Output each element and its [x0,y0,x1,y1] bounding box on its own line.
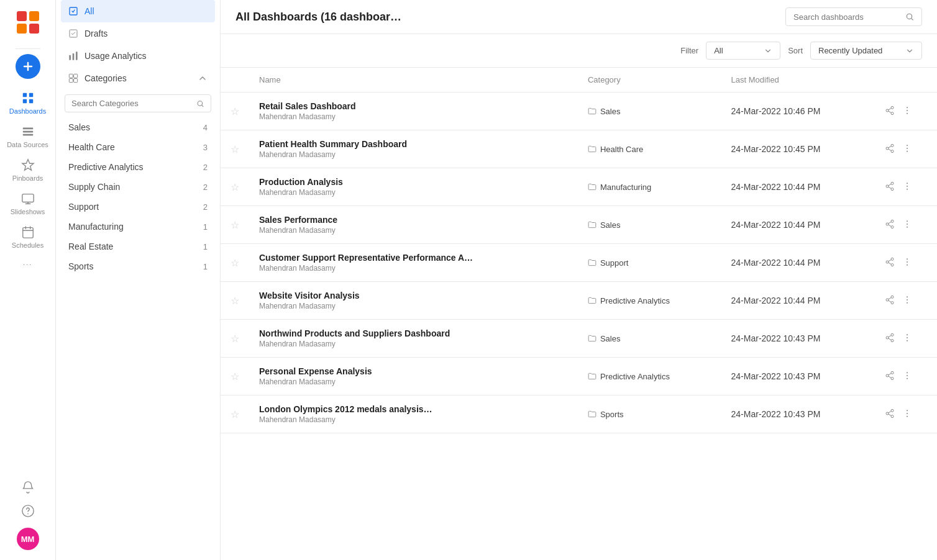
svg-rect-3 [29,24,39,34]
folder-icon [588,296,596,305]
dashboard-name[interactable]: Production Analysis [259,177,568,187]
share-icon[interactable] [885,295,895,307]
more-options-icon[interactable] [902,257,912,269]
avatar[interactable]: MM [17,528,39,550]
svg-point-68 [907,340,908,341]
nav-pinboards[interactable]: Pinboards [0,153,55,187]
more-options-icon[interactable] [902,181,912,193]
sidebar-category-item[interactable]: Real Estate 1 [56,237,220,256]
svg-point-27 [891,106,894,109]
sidebar-category-item[interactable]: Supply Chain 2 [56,177,220,197]
star-icon[interactable]: ☆ [231,258,239,268]
filter-select[interactable]: All [706,42,780,60]
sidebar-item-usage-analytics[interactable]: Usage Analytics [56,45,220,67]
star-icon[interactable]: ☆ [231,144,239,155]
search-dashboards-box [785,7,922,26]
dashboard-name[interactable]: Website Visitor Analysis [259,291,568,300]
dashboard-name[interactable]: Sales Performance [259,215,568,225]
nav-schedules[interactable]: Schedules [0,220,55,254]
add-button[interactable] [16,54,40,79]
dashboard-name[interactable]: Retail Sales Dashboard [259,101,568,111]
share-icon[interactable] [885,143,895,155]
share-icon[interactable] [885,333,895,345]
sidebar-item-all[interactable]: All [61,0,215,22]
star-icon[interactable]: ☆ [231,296,239,306]
dashboard-name[interactable]: London Olympics 2012 medals analysis… [259,404,568,414]
more-options-icon[interactable] [902,409,912,420]
notifications-icon[interactable] [21,481,35,497]
star-icon[interactable]: ☆ [231,333,239,344]
nav-dashboards[interactable]: Dashboards [0,86,55,120]
dashboard-owner: Mahendran Madasamy [259,377,568,386]
svg-point-38 [907,150,908,151]
more-options-icon[interactable] [902,371,912,382]
sidebar-category-item[interactable]: Health Care 3 [56,137,220,157]
star-icon[interactable]: ☆ [231,106,239,117]
share-icon[interactable] [885,257,895,269]
star-icon[interactable]: ☆ [231,371,239,382]
nav-data-sources[interactable]: Data Sources [0,120,55,153]
svg-point-66 [907,334,908,335]
nav-slideshows[interactable]: Slideshows [0,187,55,220]
svg-rect-1 [29,11,39,21]
svg-point-47 [891,225,894,228]
category-cell: Support [578,244,721,282]
category-name: Real Estate [68,242,113,251]
svg-point-29 [891,112,894,114]
sidebar-category-item[interactable]: Support 2 [56,197,220,217]
dashboard-owner: Mahendran Madasamy [259,226,568,235]
table-row: ☆ Retail Sales Dashboard Mahendran Madas… [221,93,937,130]
category-count: 4 [203,123,208,132]
share-icon[interactable] [885,106,895,117]
sort-select[interactable]: Recently Updated [810,42,922,60]
share-icon[interactable] [885,181,895,193]
sidebar-category-item[interactable]: Manufacturing 1 [56,217,220,237]
svg-point-55 [907,261,908,263]
search-dashboards-input[interactable] [793,12,900,22]
sidebar-category-item[interactable]: Sports 1 [56,256,220,276]
more-options-icon[interactable] [902,143,912,155]
folder-icon [588,145,596,153]
help-icon[interactable] [21,504,35,520]
table-row: ☆ Production Analysis Mahendran Madasamy… [221,168,937,206]
star-icon[interactable]: ☆ [231,409,239,420]
svg-point-33 [891,144,894,147]
sidebar-category-item[interactable]: Sales 4 [56,117,220,137]
more-options-icon[interactable] [902,333,912,345]
sidebar-category-item[interactable]: Predictive Analytics 2 [56,157,220,177]
star-icon[interactable]: ☆ [231,182,239,192]
svg-rect-6 [22,99,26,103]
dashboard-name[interactable]: Personal Expense Analysis [259,366,568,376]
svg-point-78 [907,410,908,411]
category-count: 2 [203,163,208,172]
sidebar-categories-section[interactable]: Categories [56,67,220,89]
dashboard-owner: Mahendran Madasamy [259,150,568,159]
search-categories-input[interactable] [71,99,193,108]
search-dashboards-icon [905,12,914,22]
actions-cell [875,244,937,282]
sidebar-item-drafts[interactable]: Drafts [56,22,220,45]
nav-more[interactable]: ... [0,254,55,271]
share-icon[interactable] [885,371,895,382]
dashboard-name[interactable]: Northwind Products and Suppliers Dashboa… [259,328,568,338]
dashboard-owner: Mahendran Madasamy [259,188,568,197]
category-count: 2 [203,183,208,192]
dashboard-name[interactable]: Customer Support Representative Performa… [259,253,568,263]
category-count: 3 [203,143,208,152]
search-categories-icon [196,99,204,108]
share-icon[interactable] [885,409,895,420]
svg-point-69 [891,371,894,374]
dashboard-name[interactable]: Patient Health Summary Dashboard [259,139,568,149]
svg-point-37 [907,148,908,149]
svg-rect-22 [74,74,78,78]
filter-value: All [714,46,723,55]
svg-marker-11 [22,160,33,170]
share-icon[interactable] [885,219,895,231]
star-icon[interactable]: ☆ [231,220,239,230]
more-options-icon[interactable] [902,295,912,307]
more-options-icon[interactable] [902,106,912,117]
more-options-icon[interactable] [902,219,912,231]
search-categories-box [65,94,211,112]
svg-point-39 [891,182,894,184]
dashboard-owner: Mahendran Madasamy [259,415,568,424]
